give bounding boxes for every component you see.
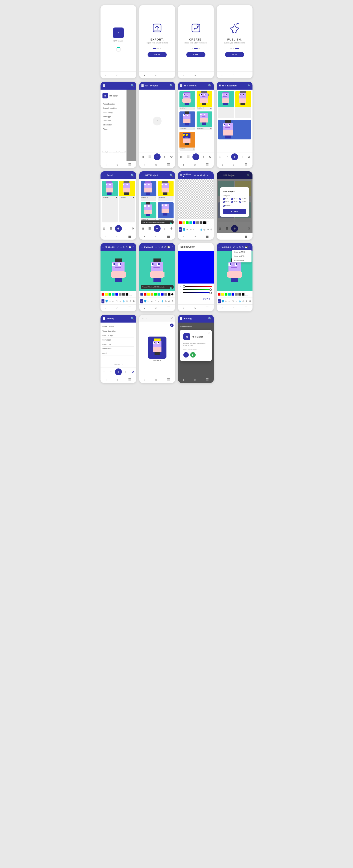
nav-home[interactable]: ○ (233, 306, 235, 310)
rect-tool[interactable]: □ (232, 299, 234, 303)
color-black[interactable] (168, 293, 171, 296)
settings-tool[interactable]: ⚙ (249, 299, 251, 303)
circle-tool[interactable]: ○ (157, 299, 160, 303)
nav-recent[interactable]: ☰ (128, 235, 131, 238)
sort-icon[interactable]: ↕ (162, 154, 168, 160)
save-jpg-item[interactable]: Save as JPG (232, 254, 251, 258)
redo-icon[interactable]: ↪ (236, 246, 238, 248)
nav-back[interactable]: ‹ (183, 235, 184, 238)
list-icon[interactable]: ☰ (147, 225, 153, 231)
nav-back[interactable]: ‹ (144, 73, 145, 77)
color-cyan[interactable] (228, 293, 231, 296)
create-skip-button[interactable]: SKIP (186, 52, 206, 57)
zoom-in-icon[interactable]: ⊕ (200, 174, 202, 177)
spray-tool[interactable]: ◎ (164, 299, 167, 303)
nav-home[interactable]: ○ (194, 163, 196, 167)
color-green[interactable] (154, 293, 157, 296)
color-black[interactable] (242, 293, 245, 296)
color-red[interactable] (218, 293, 221, 296)
sidebar-item-terms[interactable]: Terms & condition (101, 106, 127, 110)
color-gray[interactable] (164, 293, 167, 296)
settings-icon[interactable]: ⚙ (246, 154, 252, 160)
fill-tool[interactable]: 🪣 (182, 227, 185, 232)
pencil-tool[interactable]: ✏ (140, 299, 143, 303)
zoom-tool[interactable]: ⊕ (206, 227, 209, 232)
color-gray[interactable] (196, 221, 199, 224)
nav-home[interactable]: ○ (155, 73, 157, 77)
nav-back[interactable]: ‹ (222, 163, 223, 167)
settings-icon-active[interactable]: ⚙ (130, 369, 136, 375)
sidebar-item-intro[interactable]: Introduction (101, 123, 127, 127)
nav-home[interactable]: ○ (116, 306, 118, 310)
rect-tool[interactable]: □ (154, 299, 157, 303)
size-64x64[interactable]: 64x64 (239, 201, 246, 203)
spray-tool[interactable]: ◎ (242, 299, 245, 303)
nav-home[interactable]: ○ (233, 235, 235, 238)
arrow-tool[interactable]: ↩ (150, 299, 153, 303)
search-icon[interactable]: 🔍 (131, 174, 134, 177)
sort-icon[interactable]: ↕ (123, 225, 129, 231)
sidebar-item-folder[interactable]: Folder Location (101, 102, 127, 106)
grid-icon[interactable]: ⊞ (101, 369, 107, 375)
add-project-button[interactable]: + (192, 153, 199, 160)
nav-back[interactable]: ‹ (144, 163, 145, 167)
spray-tool[interactable]: ◎ (126, 299, 129, 303)
nav-recent[interactable]: ☰ (206, 73, 209, 77)
color-white[interactable] (206, 221, 209, 224)
sort-icon[interactable]: ↕ (239, 154, 245, 160)
settings-icon[interactable]: ⚙ (130, 225, 136, 231)
nav-recent[interactable]: ☰ (244, 306, 248, 310)
grid-icon[interactable]: ⊞ (140, 154, 146, 160)
exported-item-2[interactable] (235, 91, 251, 118)
nav-back[interactable]: ‹ (144, 235, 145, 238)
fill-tool[interactable]: 🪣 (105, 299, 108, 303)
settings-intro[interactable]: Introduction (103, 347, 134, 351)
nav-home[interactable]: ○ (116, 378, 118, 382)
zoom-out-icon[interactable]: ⊖ (242, 246, 244, 248)
size-8x8[interactable]: 8x8 (223, 198, 230, 200)
blue-thumb[interactable] (209, 291, 212, 294)
gallery-item-5[interactable]: Untitled-1 □ (179, 132, 195, 151)
search-icon[interactable]: 🔍 (169, 84, 173, 87)
settings-tool[interactable]: ⚙ (171, 299, 174, 303)
settings-tool[interactable]: ⚙ (210, 227, 213, 232)
color-darkgray[interactable] (238, 293, 241, 296)
settings-icon-toolbar[interactable]: ⚙ (207, 154, 213, 160)
arrow-tool[interactable]: ↩ (112, 299, 115, 303)
grid-view-icon[interactable]: ⊞ (217, 154, 223, 160)
save-icon[interactable]: 💾 (245, 246, 248, 248)
cut-tool[interactable]: ✂ (186, 227, 189, 232)
sidebar-item-rate[interactable]: Rate this app (101, 110, 127, 114)
redo-icon[interactable]: ↪ (158, 246, 160, 248)
nav-home[interactable]: ○ (155, 235, 157, 238)
cut-tool[interactable]: ✂ (108, 299, 111, 303)
color-green[interactable] (186, 221, 189, 224)
more-icon[interactable]: ⋮ (210, 174, 212, 177)
zoom-in-icon[interactable]: ⊕ (239, 246, 241, 248)
grid-icon[interactable]: ⊞ (140, 225, 146, 231)
nav-back[interactable]: ‹ (105, 378, 107, 382)
nav-home[interactable]: ○ (155, 163, 157, 167)
hamburger-icon[interactable]: ☰ (141, 174, 144, 177)
color-darkgray[interactable] (200, 221, 203, 224)
color-red[interactable] (179, 221, 182, 224)
undo-icon[interactable]: ↩ (233, 246, 235, 248)
nav-back[interactable]: ‹ (183, 378, 184, 382)
publish-skip-button[interactable]: SKIP (225, 52, 244, 57)
fill-tool[interactable]: 🪣 (221, 299, 224, 303)
exported-item-1[interactable] (218, 91, 234, 118)
rect-tool[interactable]: □ (115, 299, 118, 303)
picker-close-icon[interactable]: ✕ (170, 316, 173, 320)
sort-icon[interactable]: ↕ (123, 369, 129, 375)
settings-tool[interactable]: ⚙ (132, 299, 135, 303)
list-view-icon[interactable]: ☰ (185, 154, 191, 160)
zoom-tool[interactable]: ⊕ (129, 299, 132, 303)
sort-icon[interactable]: ↕ (200, 154, 206, 160)
nav-home[interactable]: ○ (194, 235, 196, 238)
zoom-out-icon[interactable]: ⊖ (164, 246, 166, 248)
add-saved-button[interactable]: + (115, 225, 122, 232)
color-yellow[interactable] (105, 293, 108, 296)
green-thumb[interactable] (209, 288, 212, 291)
hamburger-icon[interactable]: ☰ (102, 246, 104, 249)
settings-icon[interactable]: ⚙ (169, 154, 175, 160)
